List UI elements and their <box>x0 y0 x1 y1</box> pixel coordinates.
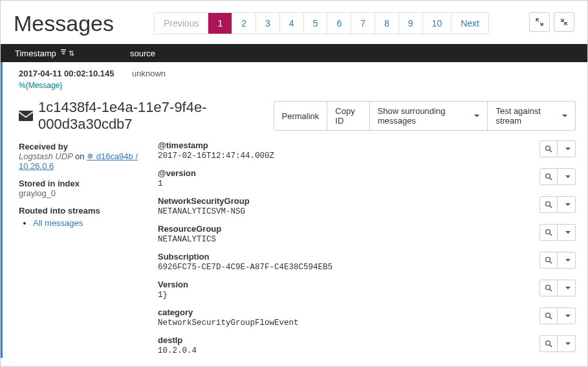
expand-icon-button[interactable] <box>529 12 550 32</box>
chevron-down-icon <box>565 231 571 234</box>
pagination-page-2[interactable]: 2 <box>232 13 256 34</box>
field-row: @timestamp2017-02-16T12:47:44.000Z <box>158 140 576 161</box>
test-against-stream-label: Test against stream <box>495 106 557 126</box>
field-more-button[interactable] <box>558 168 576 185</box>
svg-point-1 <box>546 146 550 151</box>
message-row-header[interactable]: 2017-04-11 00:02:10.145 unknown <box>3 62 587 81</box>
search-icon <box>545 284 552 292</box>
field-search-button[interactable] <box>539 140 558 157</box>
chevron-down-icon <box>565 259 571 261</box>
pagination-prev: Previous <box>155 13 208 34</box>
field-row: Version1} <box>158 280 576 300</box>
pagination-page-8[interactable]: 8 <box>375 13 399 34</box>
field-search-button[interactable] <box>539 280 558 296</box>
stream-link[interactable]: All messages <box>33 218 83 228</box>
field-more-button[interactable] <box>558 196 576 213</box>
field-value: 1} <box>158 291 539 300</box>
field-row: Subscription6926FC75-CE7D-4C9E-A87F-C4E3… <box>158 252 576 272</box>
field-search-button[interactable] <box>539 335 558 352</box>
stored-in-index-label: Stored in index <box>19 179 151 188</box>
received-by-input: Logstash UDP <box>19 151 72 161</box>
column-header-timestamp[interactable]: Timestamp ⇅ <box>1 49 130 58</box>
search-icon <box>545 340 552 348</box>
field-value: NetworkSecurityGroupFlowEvent <box>158 318 539 328</box>
pagination-page-4[interactable]: 4 <box>280 13 304 34</box>
search-icon <box>545 173 552 181</box>
chevron-down-icon <box>565 175 571 178</box>
copy-id-button[interactable]: Copy ID <box>327 101 369 131</box>
field-more-button[interactable] <box>558 224 576 241</box>
received-by-on: on <box>75 151 84 161</box>
pagination-page-10[interactable]: 10 <box>423 13 452 34</box>
svg-point-13 <box>546 313 550 318</box>
pagination-page-6[interactable]: 6 <box>327 13 351 34</box>
field-more-button[interactable] <box>558 140 576 157</box>
field-more-button[interactable] <box>558 307 576 324</box>
table-header: Timestamp ⇅ source <box>1 44 587 62</box>
permalink-button[interactable]: Permalink <box>274 101 328 131</box>
chevron-down-icon <box>565 315 571 317</box>
field-search-button[interactable] <box>539 168 558 185</box>
search-icon <box>545 312 552 320</box>
svg-rect-0 <box>19 111 33 121</box>
routed-into-streams-label: Routed into streams <box>19 206 151 216</box>
field-value: 10.2.0.4 <box>158 346 539 355</box>
svg-line-8 <box>550 234 552 236</box>
message-fields: @timestamp2017-02-16T12:47:44.000Z@versi… <box>158 140 576 358</box>
search-icon <box>545 256 552 264</box>
field-row: ResourceGroupNETANALYTICS <box>158 224 576 244</box>
message-sidebar: Received by Logstash UDP on ✵ d16ca94b /… <box>19 140 151 358</box>
field-name: Subscription <box>158 252 539 261</box>
chevron-down-icon <box>562 115 567 117</box>
surrounding-messages-button[interactable]: Show surrounding messages <box>370 101 488 131</box>
field-row: NetworkSecurityGroupNETANALYTICSVM-NSG <box>158 196 576 216</box>
column-header-source[interactable]: source <box>130 49 587 58</box>
field-name: ResourceGroup <box>158 224 539 234</box>
svg-point-7 <box>546 230 550 234</box>
collapse-icon-button[interactable] <box>554 12 574 32</box>
field-row: @version1 <box>158 168 576 188</box>
chevron-down-icon <box>565 287 571 289</box>
field-row: destIp10.2.0.4 <box>158 335 576 355</box>
received-by-label: Received by <box>19 142 151 151</box>
pagination-page-3[interactable]: 3 <box>256 13 280 34</box>
test-against-stream-button[interactable]: Test against stream <box>488 101 576 131</box>
chevron-down-icon <box>474 115 479 117</box>
message-template-token: %{Message} <box>19 81 62 90</box>
page-title: Messages <box>14 11 114 36</box>
pagination-page-7[interactable]: 7 <box>351 13 375 34</box>
pagination-page-5[interactable]: 5 <box>304 13 328 34</box>
message-source: unknown <box>132 69 166 78</box>
field-more-button[interactable] <box>558 335 576 352</box>
field-name: @version <box>158 168 539 178</box>
field-name: NetworkSecurityGroup <box>158 196 539 206</box>
field-more-button[interactable] <box>558 252 576 269</box>
chevron-down-icon <box>565 342 571 345</box>
field-name: destIp <box>158 335 539 345</box>
field-search-button[interactable] <box>539 224 558 241</box>
field-value: NETANALYTICSVM-NSG <box>158 207 539 216</box>
svg-line-16 <box>550 345 552 347</box>
svg-line-10 <box>550 261 552 263</box>
message-timestamp: 2017-04-11 00:02:10.145 <box>19 69 132 78</box>
svg-point-3 <box>546 174 550 179</box>
stored-in-index-value: graylog_0 <box>19 188 151 198</box>
field-row: categoryNetworkSecurityGroupFlowEvent <box>158 307 576 328</box>
pagination-page-1[interactable]: 1 <box>208 13 232 34</box>
field-name: category <box>158 307 539 317</box>
field-search-button[interactable] <box>539 252 558 269</box>
search-icon <box>545 228 552 236</box>
column-header-timestamp-label: Timestamp <box>15 49 56 58</box>
field-search-button[interactable] <box>539 307 558 324</box>
field-more-button[interactable] <box>558 280 576 296</box>
field-search-button[interactable] <box>539 196 558 213</box>
pagination-next[interactable]: Next <box>452 13 488 34</box>
collapse-icon <box>560 18 568 26</box>
surrounding-messages-label: Show surrounding messages <box>378 106 470 126</box>
field-value: 2017-02-16T12:47:44.000Z <box>158 151 539 161</box>
message-id: 1c1438f4-1e4a-11e7-9f4e-000d3a30cdb7 <box>38 99 274 133</box>
search-icon <box>545 145 552 153</box>
field-value: NETANALYTICS <box>158 235 539 244</box>
svg-line-4 <box>550 178 552 180</box>
pagination-page-9[interactable]: 9 <box>399 13 423 34</box>
